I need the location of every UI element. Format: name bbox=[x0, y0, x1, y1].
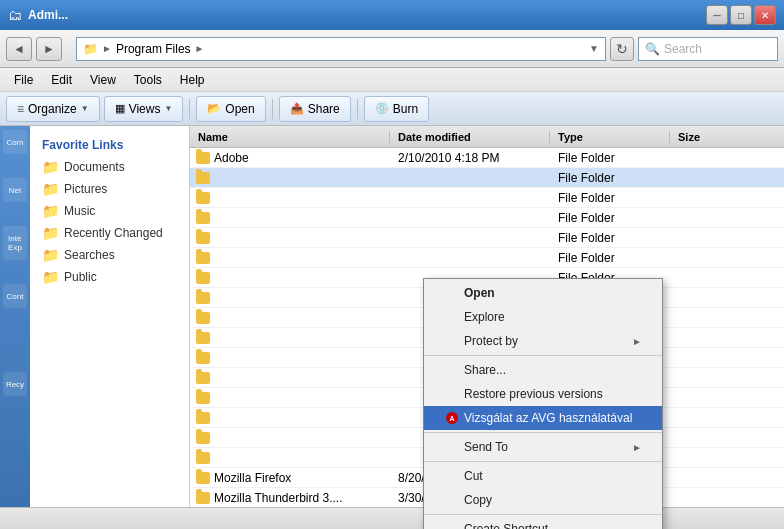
title-bar-left: 🗂 Admi... bbox=[8, 7, 68, 23]
open-icon: 📂 bbox=[207, 102, 221, 115]
table-row[interactable]: File Folder bbox=[190, 248, 784, 268]
table-row[interactable]: File Folder bbox=[190, 168, 784, 188]
organize-label: Organize bbox=[28, 102, 77, 116]
ctx-copy-icon bbox=[444, 492, 460, 508]
left-panel-icon-net[interactable]: Net bbox=[3, 178, 27, 202]
context-menu-restore[interactable]: Restore previous versions bbox=[424, 382, 662, 406]
cell-type: File Folder bbox=[550, 191, 670, 205]
ctx-share-icon bbox=[444, 362, 460, 378]
share-button[interactable]: 📤 Share bbox=[279, 96, 351, 122]
col-header-type[interactable]: Type bbox=[550, 131, 670, 143]
cell-name bbox=[190, 452, 390, 464]
views-arrow-icon: ▼ bbox=[164, 104, 172, 113]
table-row[interactable]: File Folder bbox=[190, 228, 784, 248]
cell-name-thunderbird: Mozilla Thunderbird 3.... bbox=[190, 491, 390, 505]
minimize-button[interactable]: ─ bbox=[706, 5, 728, 25]
col-header-date[interactable]: Date modified bbox=[390, 131, 550, 143]
ctx-protect-icon bbox=[444, 333, 460, 349]
toolbar-separator-3 bbox=[357, 99, 358, 119]
ctx-separator-2 bbox=[424, 432, 662, 433]
context-menu-open[interactable]: Open bbox=[424, 281, 662, 305]
views-label: Views bbox=[129, 102, 161, 116]
maximize-button[interactable]: □ bbox=[730, 5, 752, 25]
menu-file[interactable]: File bbox=[6, 71, 41, 89]
sidebar-item-searches[interactable]: 📁 Searches bbox=[30, 244, 189, 266]
menu-view[interactable]: View bbox=[82, 71, 124, 89]
folder-icon-pictures: 📁 bbox=[42, 181, 59, 197]
burn-button[interactable]: 💿 Burn bbox=[364, 96, 429, 122]
cell-name bbox=[190, 372, 390, 384]
left-panel-icon-com[interactable]: Com bbox=[3, 130, 27, 154]
menu-edit[interactable]: Edit bbox=[43, 71, 80, 89]
context-menu-share[interactable]: Share... bbox=[424, 358, 662, 382]
context-menu-protect[interactable]: Protect by ► bbox=[424, 329, 662, 353]
context-menu-cut[interactable]: Cut bbox=[424, 464, 662, 488]
address-sep1: ► bbox=[102, 43, 112, 54]
folder-icon-recently: 📁 bbox=[42, 225, 59, 241]
ctx-copy-left: Copy bbox=[444, 492, 492, 508]
cell-type-1: File Folder bbox=[550, 171, 670, 185]
share-label: Share bbox=[308, 102, 340, 116]
ctx-sendto-arrow-icon: ► bbox=[632, 442, 642, 453]
refresh-button[interactable]: ↻ bbox=[610, 37, 634, 61]
back-button[interactable]: ◄ bbox=[6, 37, 32, 61]
sidebar-item-recently-changed[interactable]: 📁 Recently Changed bbox=[30, 222, 189, 244]
folder-icon-row bbox=[196, 212, 210, 224]
ctx-explore-left: Explore bbox=[444, 309, 505, 325]
sidebar-item-music[interactable]: 📁 Music bbox=[30, 200, 189, 222]
forward-button[interactable]: ► bbox=[36, 37, 62, 61]
music-icon: 📁 bbox=[42, 203, 58, 219]
cell-name bbox=[190, 232, 390, 244]
address-dropdown-icon[interactable]: ▼ bbox=[589, 43, 599, 54]
ctx-cut-left: Cut bbox=[444, 468, 483, 484]
folder-icon-searches: 📁 bbox=[42, 247, 59, 263]
ctx-shortcut-left: Create Shortcut bbox=[444, 521, 548, 529]
folder-icon-row bbox=[196, 292, 210, 304]
ctx-sendto-label: Send To bbox=[464, 440, 508, 454]
table-row[interactable]: Adobe 2/10/2010 4:18 PM File Folder bbox=[190, 148, 784, 168]
context-menu-sendto[interactable]: Send To ► bbox=[424, 435, 662, 459]
folder-icon-row-1 bbox=[196, 172, 210, 184]
folder-icon-row bbox=[196, 232, 210, 244]
folder-icon-row bbox=[196, 272, 210, 284]
context-menu: Open Explore Protect by ► bbox=[423, 278, 663, 529]
table-row[interactable]: File Folder bbox=[190, 188, 784, 208]
context-menu-create-shortcut[interactable]: Create Shortcut bbox=[424, 517, 662, 529]
views-button[interactable]: ▦ Views ▼ bbox=[104, 96, 184, 122]
folder-icon-row bbox=[196, 192, 210, 204]
close-button[interactable]: ✕ bbox=[754, 5, 776, 25]
title-bar: 🗂 Admi... ─ □ ✕ bbox=[0, 0, 784, 30]
sidebar-item-public[interactable]: 📁 Public bbox=[30, 266, 189, 288]
left-panel-icon-recy[interactable]: Recy bbox=[3, 372, 27, 396]
folder-icon-row bbox=[196, 372, 210, 384]
table-row[interactable]: File Folder bbox=[190, 208, 784, 228]
sidebar-item-pictures[interactable]: 📁 Pictures bbox=[30, 178, 189, 200]
pictures-icon: 📁 bbox=[42, 181, 58, 197]
cell-type: File Folder bbox=[550, 251, 670, 265]
col-header-size[interactable]: Size bbox=[670, 131, 750, 143]
menu-help[interactable]: Help bbox=[172, 71, 213, 89]
cell-name bbox=[190, 212, 390, 224]
open-button[interactable]: 📂 Open bbox=[196, 96, 265, 122]
search-box[interactable]: 🔍 Search bbox=[638, 37, 778, 61]
address-box[interactable]: 📁 ► Program Files ► ▼ bbox=[76, 37, 606, 61]
cell-type: File Folder bbox=[550, 211, 670, 225]
menu-tools[interactable]: Tools bbox=[126, 71, 170, 89]
address-bar: ◄ ► 📁 ► Program Files ► ▼ ↻ 🔍 Search bbox=[0, 30, 784, 68]
col-header-name[interactable]: Name bbox=[190, 131, 390, 143]
cell-name bbox=[190, 412, 390, 424]
sidebar-item-documents[interactable]: 📁 Documents bbox=[30, 156, 189, 178]
left-panel-icon-ie[interactable]: InteExp bbox=[3, 226, 27, 260]
organize-arrow-icon: ▼ bbox=[81, 104, 89, 113]
cell-name bbox=[190, 352, 390, 364]
organize-button[interactable]: ≡ Organize ▼ bbox=[6, 96, 100, 122]
context-menu-avg[interactable]: A Vizsgálat az AVG használatával bbox=[424, 406, 662, 430]
context-menu-explore[interactable]: Explore bbox=[424, 305, 662, 329]
svg-text:A: A bbox=[449, 415, 454, 422]
ctx-cut-label: Cut bbox=[464, 469, 483, 483]
searches-icon: 📁 bbox=[42, 247, 58, 263]
context-menu-copy[interactable]: Copy bbox=[424, 488, 662, 512]
search-icon: 🔍 bbox=[645, 42, 660, 56]
folder-icon-mozilla bbox=[196, 472, 210, 484]
left-panel-icon-ctrl[interactable]: Cont bbox=[3, 284, 27, 308]
